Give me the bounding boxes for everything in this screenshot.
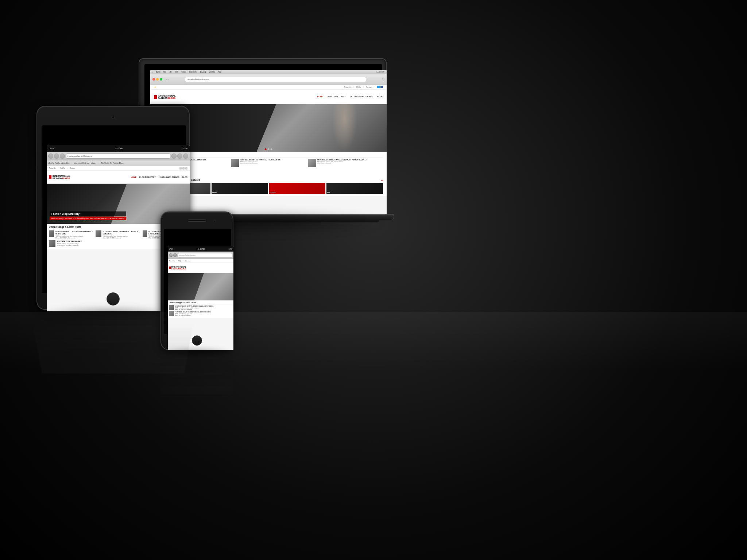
tablet-reload-btn[interactable] xyxy=(60,153,65,159)
logo-text-block: INTERNATIONAL FASHIONBLOGS xyxy=(158,95,176,99)
phone-topbar-contact[interactable]: Contact xyxy=(185,260,190,262)
tablet-url-text: internationalfashionblogs.com/ xyxy=(67,155,92,157)
phone-logo-blogs: BLOGS xyxy=(179,268,186,270)
tablet-nav-trends[interactable]: 2013 FASHION TRENDS xyxy=(159,176,179,178)
laptop-topbar-sep2: | xyxy=(363,86,364,88)
hero-dot-3[interactable] xyxy=(271,148,272,150)
tablet-forward-btn[interactable] xyxy=(54,153,59,159)
tablet-bookmark-3[interactable]: The Worlds Top Fashion Blog... xyxy=(101,162,124,164)
phone-topbar-faq[interactable]: FAQ's xyxy=(178,260,182,262)
laptop-nav-directory[interactable]: BLOG DIRECTORY xyxy=(328,96,346,98)
laptop-site-nav: INTERNATIONAL FASHIONBLOGS HOME BLOG DIR… xyxy=(150,90,387,104)
post-info-3: PLUS-SIZED SWIMSUIT MODEL AND MOM FASHIO… xyxy=(317,159,367,167)
tablet-social-icons xyxy=(179,167,187,170)
tablet-nav-home[interactable]: HOME xyxy=(131,176,136,178)
phone-back-btn[interactable] xyxy=(169,253,173,257)
tablet-bookmark-1[interactable]: eBay for iPad by Alipockdden xyxy=(48,162,70,164)
hero-dots xyxy=(265,148,272,150)
tablet-post-thumb-4 xyxy=(49,240,55,247)
laptop-social-icons xyxy=(377,86,383,88)
safari-menubar:  Safari File Edit View History Bookmark… xyxy=(150,70,387,74)
phone-topbar-about[interactable]: About Us xyxy=(169,260,175,262)
phone-forward-btn[interactable] xyxy=(173,253,177,257)
twitter-icon xyxy=(377,86,380,88)
hero-dot-2[interactable] xyxy=(268,148,270,150)
safari-menu-view: View xyxy=(175,71,178,73)
phone-speaker xyxy=(188,219,206,222)
laptop-topbar-about[interactable]: About Us xyxy=(344,86,352,88)
tablet-post-title-1: BROTHERS AND CRAFT - 4 FASHIONABLE BROTH… xyxy=(55,230,94,235)
tablet-logo-flag xyxy=(49,175,51,179)
tablet-bookmark-sep2: | xyxy=(98,162,99,164)
phone-topbar-sep2: | xyxy=(183,260,184,261)
tablet-nav-directory[interactable]: BLOG DIRECTORY xyxy=(139,176,156,178)
tablet-status-bar: Carrier 12:12 PM 100% xyxy=(47,145,190,152)
laptop-nav-trends[interactable]: 2013 FASHION TRENDS xyxy=(350,96,373,98)
tablet-browser-toolbar: internationalfashionblogs.com/ xyxy=(47,152,190,160)
phone-battery: 56% xyxy=(229,248,232,250)
phone-logo-text-block: INTERNATIONAL FASHIONBLOGS xyxy=(171,266,186,270)
tablet-nav-links: HOME BLOG DIRECTORY 2013 FASHION TRENDS … xyxy=(131,176,187,178)
tablet-post-2-inner: PLUS SIZE MEN'S FASHION BLOG - BOY DOES … xyxy=(96,230,140,239)
tablet-hero-subtitle: Browse through hundreds of fashion blogs… xyxy=(50,217,126,220)
tablet-topbar-about[interactable]: About Us xyxy=(49,167,56,169)
featured-item-2: fashion xyxy=(212,183,268,194)
post-title-3: PLUS-SIZED SWIMSUIT MODEL AND MOM FASHIO… xyxy=(317,159,367,161)
laptop-topbar-faq[interactable]: FAQ's xyxy=(356,86,361,88)
phone-site-nav: INTERNATIONAL FASHIONBLOGS xyxy=(168,263,233,273)
safari-url-bar[interactable]: internationalfashionblogs.com xyxy=(185,77,366,82)
safari-forward-icon[interactable]: › xyxy=(168,78,169,81)
phone-logo-fashion: FASHION xyxy=(171,268,179,270)
hero-dot-active[interactable] xyxy=(265,148,267,150)
tablet-topbar-contact[interactable]: Contact xyxy=(70,167,76,169)
safari-back-icon[interactable]: ‹ xyxy=(166,78,167,81)
logo-fashion: FASHION xyxy=(158,97,168,99)
laptop-featured-all[interactable]: All xyxy=(381,179,383,182)
featured-label-2: fashion xyxy=(212,192,217,193)
tablet-bookmark-btn[interactable] xyxy=(177,153,182,159)
tablet-nav-blog[interactable]: BLOG xyxy=(182,176,187,178)
tablet-home-button[interactable] xyxy=(107,292,120,306)
tablet-bookmark-2[interactable]: pine street block party orlando xyxy=(74,162,96,164)
featured-item-3: LIPSTICK xyxy=(269,183,326,194)
laptop-nav-links: HOME BLOG DIRECTORY 2013 FASHION TRENDS … xyxy=(317,96,383,98)
tablet-hero-overlay: Fashion Blog Directory Browse through hu… xyxy=(50,211,126,220)
tablet-post-title-2: PLUS SIZE MEN'S FASHION BLOG - BOY DOES … xyxy=(103,230,141,235)
safari-minimize-btn[interactable] xyxy=(156,78,159,81)
tablet-site-topbar: About Us | FAQ's | Contact xyxy=(47,166,190,171)
phone-time: 10:38 PM xyxy=(197,248,204,250)
laptop-nav-blog[interactable]: BLOG xyxy=(377,96,383,98)
safari-traffic-lights xyxy=(152,78,162,81)
tablet-icon-1 xyxy=(179,167,182,170)
tablet-site-nav: INTERNATIONAL FASHIONBLOGS HOME BLOG DIR… xyxy=(47,171,190,184)
tablet-back-btn[interactable] xyxy=(48,153,53,159)
phone-url-bar[interactable]: internationalfashionblogs.com xyxy=(178,253,232,257)
tablet-url-bar[interactable]: internationalfashionblogs.com/ xyxy=(66,153,170,159)
safari-menu-window: Window xyxy=(209,71,215,73)
laptop-nav-home[interactable]: HOME xyxy=(317,96,324,98)
tablet-post-1: BROTHERS AND CRAFT - 4 FASHIONABLE BROTH… xyxy=(49,230,94,239)
safari-maximize-btn[interactable] xyxy=(160,78,162,81)
phone-carrier: AT&T xyxy=(169,248,173,250)
phone-camera xyxy=(214,220,216,222)
post-date-2: March 26, 2013 No Comments xyxy=(240,163,280,164)
safari-nav-icons: ↻ xyxy=(382,78,384,81)
logo-blogs: BLOGS xyxy=(168,97,175,99)
safari-close-btn[interactable] xyxy=(152,78,155,81)
tablet-tabs-btn[interactable] xyxy=(183,153,188,159)
safari-reload-icon[interactable]: ↻ xyxy=(382,78,384,81)
tablet-battery: 100% xyxy=(183,147,187,149)
tablet-logo: INTERNATIONAL FASHIONBLOGS xyxy=(49,175,70,179)
tablet-topbar-faq[interactable]: FAQ's xyxy=(61,167,65,169)
facebook-icon xyxy=(380,86,383,88)
tablet-logo-line2: FASHIONBLOGS xyxy=(53,177,70,179)
safari-apple-menu:  xyxy=(152,71,153,73)
tablet-post-2-text: PLUS SIZE MEN'S FASHION BLOG - BOY DOES … xyxy=(103,230,141,239)
tablet-toolbar-icons xyxy=(171,153,188,159)
laptop-topbar-contact[interactable]: Contact xyxy=(366,86,372,88)
post-thumb-2 xyxy=(231,159,239,167)
tablet-post-2: PLUS SIZE MEN'S FASHION BLOG - BOY DOES … xyxy=(96,230,140,239)
tablet-share-btn[interactable] xyxy=(171,153,177,159)
safari-menu-help: Help xyxy=(218,71,221,73)
post-date-3: May 7, 2013 1 Comment xyxy=(317,163,367,164)
